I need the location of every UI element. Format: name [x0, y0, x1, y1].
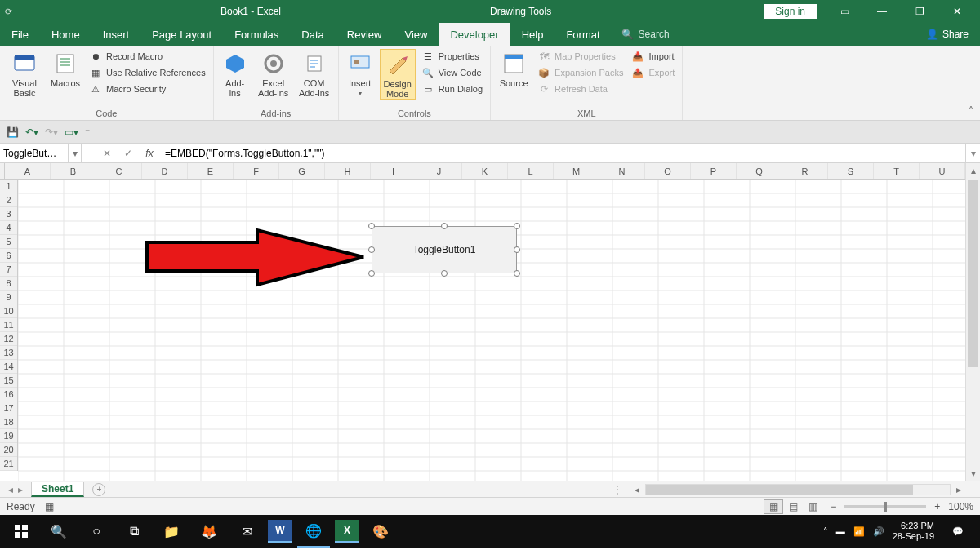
redo-icon[interactable]: ↷▾ — [45, 126, 58, 138]
paint-icon[interactable]: 🎨 — [364, 515, 397, 548]
column-header-R[interactable]: R — [782, 163, 828, 179]
horizontal-scroll-thumb[interactable] — [646, 485, 913, 495]
column-header-M[interactable]: M — [554, 163, 599, 179]
tab-view[interactable]: View — [393, 23, 439, 46]
column-header-I[interactable]: I — [371, 163, 416, 179]
row-header-21[interactable]: 21 — [0, 457, 17, 471]
minimize-button[interactable]: — — [864, 0, 900, 23]
row-header-5[interactable]: 5 — [0, 235, 17, 249]
row-header-2[interactable]: 2 — [0, 193, 17, 207]
name-box[interactable]: ToggleBut… — [0, 144, 69, 162]
row-header-4[interactable]: 4 — [0, 221, 17, 235]
action-center-icon[interactable]: 💬 — [942, 517, 973, 546]
file-explorer-icon[interactable]: 📁 — [155, 515, 188, 548]
tab-nav-first[interactable]: ◂ — [8, 484, 13, 495]
save-icon[interactable]: 💾 — [7, 126, 19, 138]
togglebutton-object[interactable]: ToggleButton1 — [369, 224, 519, 276]
cortana-icon[interactable]: ○ — [80, 515, 113, 548]
qat-customize-icon[interactable]: ⁼ — [85, 126, 90, 138]
row-header-17[interactable]: 17 — [0, 401, 17, 415]
row-header-12[interactable]: 12 — [0, 332, 17, 346]
handle-n[interactable] — [441, 223, 448, 229]
scroll-up-button[interactable]: ▴ — [966, 163, 980, 178]
cancel-formula-button[interactable]: ✕ — [96, 144, 118, 162]
record-macro-button[interactable]: ⏺Record Macro — [87, 49, 208, 64]
page-layout-view-button[interactable]: ▤ — [783, 499, 803, 514]
worksheet-grid[interactable]: ABCDEFGHIJKLMNOPQRSTU 123456789101112131… — [0, 163, 980, 481]
row-header-10[interactable]: 10 — [0, 304, 17, 318]
column-header-C[interactable]: C — [96, 163, 142, 179]
column-header-E[interactable]: E — [188, 163, 234, 179]
ribbon-display-options-button[interactable]: ▭ — [826, 0, 862, 23]
handle-ne[interactable] — [514, 223, 520, 229]
zoom-level[interactable]: 100% — [948, 501, 973, 512]
design-mode-button[interactable]: Design Mode — [380, 49, 416, 100]
row-header-3[interactable]: 3 — [0, 207, 17, 221]
column-header-O[interactable]: O — [645, 163, 691, 179]
row-header-18[interactable]: 18 — [0, 415, 17, 429]
scroll-left-button[interactable]: ◂ — [630, 483, 644, 496]
handle-s[interactable] — [441, 270, 448, 277]
run-dialog-button[interactable]: ▭Run Dialog — [419, 82, 485, 96]
tab-review[interactable]: Review — [336, 23, 394, 46]
column-header-Q[interactable]: Q — [737, 163, 782, 179]
column-header-G[interactable]: G — [279, 163, 325, 179]
enter-formula-button[interactable]: ✓ — [118, 144, 139, 162]
tab-developer[interactable]: Developer — [439, 23, 510, 46]
row-header-6[interactable]: 6 — [0, 249, 17, 263]
autosave-icon[interactable]: ⟳ — [5, 7, 12, 17]
macros-button[interactable]: Macros — [47, 49, 83, 88]
mail-icon[interactable]: ✉ — [230, 515, 263, 548]
start-button[interactable] — [5, 515, 38, 548]
column-header-P[interactable]: P — [691, 163, 737, 179]
excel-addins-button[interactable]: Excel Add-ins — [255, 49, 292, 98]
wifi-icon[interactable]: 📶 — [853, 526, 865, 537]
column-header-H[interactable]: H — [325, 163, 371, 179]
zoom-slider[interactable] — [844, 505, 926, 508]
tray-chevron-icon[interactable]: ˄ — [823, 526, 828, 537]
undo-icon[interactable]: ↶▾ — [25, 126, 38, 138]
map-properties-button[interactable]: 🗺Map Properties — [535, 49, 626, 64]
normal-view-button[interactable]: ▦ — [764, 499, 783, 514]
column-header-S[interactable]: S — [828, 163, 874, 179]
row-header-7[interactable]: 7 — [0, 263, 17, 277]
xml-source-button[interactable]: Source — [496, 49, 532, 88]
scroll-down-button[interactable]: ▾ — [966, 466, 980, 481]
vertical-scrollbar[interactable]: ▴ ▾ — [965, 163, 980, 481]
row-header-8[interactable]: 8 — [0, 277, 17, 291]
column-header-K[interactable]: K — [462, 163, 508, 179]
volume-icon[interactable]: 🔊 — [873, 526, 884, 537]
vertical-scroll-thumb[interactable] — [968, 180, 978, 367]
formula-input[interactable]: =EMBED("Forms.ToggleButton.1","") — [160, 144, 965, 162]
visual-basic-button[interactable]: Visual Basic — [5, 49, 44, 98]
macro-recorder-icon[interactable]: ▦ — [45, 501, 54, 512]
column-header-T[interactable]: T — [874, 163, 920, 179]
row-header-20[interactable]: 20 — [0, 443, 17, 457]
row-header-19[interactable]: 19 — [0, 429, 17, 443]
name-box-dropdown[interactable]: ▾ — [69, 144, 82, 162]
tray-clock[interactable]: 6:23 PM 28-Sep-19 — [893, 521, 934, 542]
chrome-icon[interactable]: 🌐 — [297, 515, 330, 548]
column-header-F[interactable]: F — [234, 163, 279, 179]
collapse-ribbon-button[interactable]: ˄ — [969, 105, 973, 117]
expand-formula-bar-button[interactable]: ▾ — [965, 144, 980, 162]
row-header-1[interactable]: 1 — [0, 180, 17, 193]
page-break-view-button[interactable]: ▥ — [803, 499, 822, 514]
tab-formulas[interactable]: Formulas — [223, 23, 290, 46]
com-addins-button[interactable]: COM Add-ins — [296, 49, 333, 98]
new-sheet-button[interactable]: + — [92, 483, 105, 496]
excel-taskbar-icon[interactable]: X — [335, 520, 359, 543]
tab-format[interactable]: Format — [555, 23, 611, 46]
column-header-N[interactable]: N — [599, 163, 645, 179]
properties-button[interactable]: ☰Properties — [419, 49, 485, 64]
column-header-A[interactable]: A — [5, 163, 51, 179]
column-header-B[interactable]: B — [51, 163, 96, 179]
insert-control-button[interactable]: Insert ▾ — [344, 49, 376, 97]
zoom-out-button[interactable]: − — [831, 501, 836, 512]
word-icon[interactable]: W — [268, 520, 292, 543]
insert-function-button[interactable]: fx — [139, 144, 160, 162]
firefox-icon[interactable]: 🦊 — [193, 515, 225, 548]
row-header-13[interactable]: 13 — [0, 346, 17, 360]
task-view-icon[interactable]: ⧉ — [118, 515, 150, 548]
row-header-11[interactable]: 11 — [0, 318, 17, 332]
